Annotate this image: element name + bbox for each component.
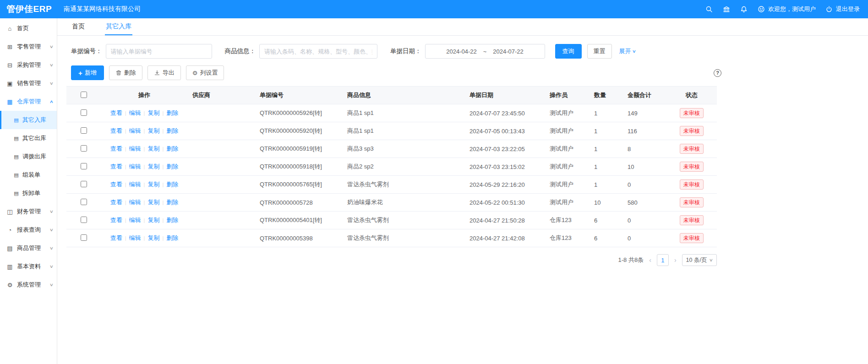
- row-action-edit[interactable]: 编辑: [129, 234, 141, 242]
- row-action-delete[interactable]: 删除: [166, 163, 178, 171]
- row-action-delete[interactable]: 删除: [166, 234, 178, 242]
- welcome-user[interactable]: 欢迎您，测试用户: [757, 5, 816, 13]
- row-checkbox[interactable]: [81, 109, 87, 116]
- row-action-copy[interactable]: 复制: [147, 145, 159, 153]
- row-checkbox[interactable]: [81, 217, 87, 223]
- row-checkbox[interactable]: [81, 199, 87, 205]
- bell-icon[interactable]: [740, 5, 748, 13]
- row-action-edit[interactable]: 编辑: [129, 216, 141, 224]
- row-action-view[interactable]: 查看: [110, 198, 122, 206]
- row-checkbox[interactable]: [81, 145, 87, 152]
- row-action-copy[interactable]: 复制: [147, 198, 159, 206]
- page-number[interactable]: 1: [657, 254, 669, 266]
- bank-icon[interactable]: [722, 5, 731, 13]
- row-action-delete[interactable]: 删除: [166, 180, 178, 189]
- date-range-picker[interactable]: 2024-04-22 ~ 2024-07-22: [425, 44, 545, 59]
- date-separator: ~: [483, 48, 487, 55]
- sidebar-item-home[interactable]: ⌂ 首页: [0, 19, 57, 38]
- sidebar-item-basic-data[interactable]: ▥ 基本资料 ∨: [0, 257, 57, 276]
- row-action-copy[interactable]: 复制: [147, 180, 159, 189]
- row-action-delete[interactable]: 删除: [166, 198, 178, 206]
- next-page-button[interactable]: ›: [673, 256, 677, 264]
- row-action-delete[interactable]: 删除: [166, 145, 178, 153]
- export-button[interactable]: 导出: [147, 65, 181, 80]
- row-action-view[interactable]: 查看: [110, 216, 122, 224]
- bill-date-label: 单据日期：: [390, 47, 421, 55]
- product-info-input[interactable]: [259, 44, 377, 59]
- row-actions: 查看|编辑|复制|删除: [110, 234, 179, 242]
- help-icon[interactable]: ?: [714, 69, 721, 77]
- sidebar-item-reports[interactable]: ◔ 报表查询 ∨: [0, 221, 57, 239]
- row-action-view[interactable]: 查看: [110, 234, 122, 242]
- document-icon: ▤: [13, 117, 19, 123]
- action-separator: |: [162, 128, 164, 134]
- logout-button[interactable]: 退出登录: [825, 5, 860, 13]
- row-action-edit[interactable]: 编辑: [129, 109, 141, 117]
- tab-other-inbound[interactable]: 其它入库: [105, 18, 132, 35]
- prev-page-button[interactable]: ‹: [648, 256, 652, 264]
- sidebar-item-sales[interactable]: ▣ 销售管理 ∨: [0, 74, 57, 92]
- sidebar-item-transfer-outbound[interactable]: ▤ 调拨出库: [0, 147, 57, 166]
- row-action-delete[interactable]: 删除: [166, 216, 178, 224]
- cell-bill-no: QTRK00000005765[转]: [255, 176, 343, 194]
- sidebar-item-finance[interactable]: ◫ 财务管理 ∨: [0, 202, 57, 221]
- row-action-view[interactable]: 查看: [110, 163, 122, 171]
- row-action-delete[interactable]: 删除: [166, 109, 178, 117]
- page-size-select[interactable]: 10 条/页 ∨: [682, 254, 717, 266]
- search-button[interactable]: 查询: [555, 44, 582, 59]
- cell-supplier: [188, 104, 255, 122]
- row-checkbox[interactable]: [81, 234, 87, 241]
- row-action-view[interactable]: 查看: [110, 180, 122, 189]
- product-info-label: 商品信息：: [225, 47, 256, 55]
- gear-icon: ⚙: [192, 70, 198, 76]
- row-action-copy[interactable]: 复制: [147, 234, 159, 242]
- row-checkbox[interactable]: [81, 181, 87, 187]
- row-action-edit[interactable]: 编辑: [129, 145, 141, 153]
- search-icon[interactable]: [705, 5, 713, 13]
- sidebar-item-retail[interactable]: ⊞ 零售管理 ∨: [0, 38, 57, 56]
- cell-supplier: [188, 229, 255, 247]
- row-action-edit[interactable]: 编辑: [129, 127, 141, 135]
- select-all-checkbox[interactable]: [81, 92, 87, 98]
- row-action-view[interactable]: 查看: [110, 127, 122, 135]
- cell-amount: 0: [623, 229, 666, 247]
- row-action-edit[interactable]: 编辑: [129, 180, 141, 189]
- sidebar-item-other-inbound[interactable]: ▤ 其它入库: [0, 111, 57, 129]
- row-action-copy[interactable]: 复制: [147, 109, 159, 117]
- bill-no-input[interactable]: [106, 44, 212, 59]
- cell-date: 2024-07-03 23:22:05: [465, 140, 545, 158]
- add-button[interactable]: + 新增: [71, 65, 104, 80]
- col-date: 单据日期: [465, 87, 545, 104]
- action-separator: |: [162, 146, 164, 152]
- sidebar-item-other-outbound[interactable]: ▤ 其它出库: [0, 129, 57, 147]
- cell-product: 雷达杀虫气雾剂: [343, 212, 465, 229]
- row-checkbox[interactable]: [81, 163, 87, 169]
- row-action-edit[interactable]: 编辑: [129, 163, 141, 171]
- sidebar-item-warehouse[interactable]: ▦ 仓库管理 ∧: [0, 92, 57, 111]
- action-separator: |: [144, 146, 145, 152]
- column-settings-button[interactable]: ⚙ 列设置: [186, 65, 224, 80]
- sidebar-item-assembly[interactable]: ▤ 组装单: [0, 166, 57, 184]
- welcome-text: 欢迎您，测试用户: [768, 5, 816, 13]
- action-separator: |: [125, 235, 126, 241]
- sidebar-item-goods[interactable]: ▤ 商品管理 ∨: [0, 239, 57, 257]
- reset-button[interactable]: 重置: [587, 44, 612, 59]
- sidebar-item-purchase[interactable]: ⊟ 采购管理 ∨: [0, 56, 57, 74]
- sidebar-item-label: 其它出库: [22, 134, 46, 142]
- expand-link[interactable]: 展开 ∨: [619, 47, 636, 55]
- row-actions: 查看|编辑|复制|删除: [110, 216, 179, 224]
- row-action-view[interactable]: 查看: [110, 145, 122, 153]
- row-checkbox[interactable]: [81, 127, 87, 134]
- row-action-copy[interactable]: 复制: [147, 216, 159, 224]
- tab-home[interactable]: 首页: [71, 18, 86, 35]
- document-icon: ▤: [13, 190, 19, 196]
- action-separator: |: [125, 146, 126, 152]
- sidebar-item-system[interactable]: ⚙ 系统管理 ∨: [0, 276, 57, 294]
- row-action-copy[interactable]: 复制: [147, 163, 159, 171]
- row-action-edit[interactable]: 编辑: [129, 198, 141, 206]
- row-action-copy[interactable]: 复制: [147, 127, 159, 135]
- row-action-delete[interactable]: 删除: [166, 127, 178, 135]
- delete-button[interactable]: 删除: [109, 65, 142, 80]
- row-action-view[interactable]: 查看: [110, 109, 122, 117]
- sidebar-item-disassembly[interactable]: ▤ 拆卸单: [0, 184, 57, 202]
